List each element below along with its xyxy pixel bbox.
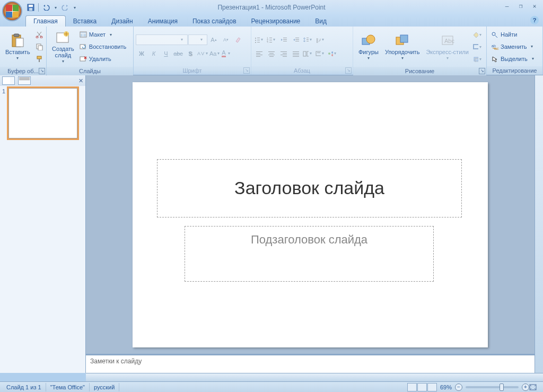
shape-effects-button[interactable]: ▾ (472, 53, 484, 65)
svg-rect-42 (256, 51, 262, 52)
shape-fill-button[interactable]: ▾ (472, 29, 484, 40)
tab-insert[interactable]: Вставка (66, 16, 104, 27)
close-button[interactable]: ✕ (528, 1, 541, 11)
line-spacing-button[interactable]: ▾ (302, 34, 314, 46)
arrange-button[interactable]: Упорядочить▾ (382, 28, 423, 66)
qat-redo-button[interactable] (60, 2, 71, 13)
text-direction-button[interactable]: ‖A▾ (314, 34, 326, 46)
align-center-button[interactable] (266, 48, 277, 59)
qat-undo-button[interactable] (41, 2, 51, 13)
justify-button[interactable] (290, 48, 302, 59)
group-slides: Создать слайд ▾ Макет▾ Восстановить Удал… (47, 27, 134, 75)
zoom-out-button[interactable]: − (455, 384, 462, 391)
underline-button[interactable]: Ч (160, 48, 172, 59)
delete-icon (80, 56, 87, 62)
shapes-button[interactable]: Фигуры▾ (355, 28, 382, 66)
tab-slideshow[interactable]: Показ слайдов (185, 16, 244, 27)
bold-button[interactable]: Ж (136, 48, 147, 59)
format-painter-button[interactable] (33, 53, 45, 65)
slideshow-view-button[interactable] (427, 383, 437, 391)
numbering-button[interactable]: 123▾ (266, 34, 277, 46)
char-spacing-button[interactable]: AV▾ (197, 48, 208, 59)
restore-button[interactable]: ❐ (514, 1, 527, 11)
slide[interactable]: Заголовок слайда Подзаголовок слайда (133, 82, 488, 347)
status-language[interactable]: русский (90, 383, 119, 391)
clear-format-button[interactable] (232, 34, 244, 46)
cut-button[interactable] (33, 29, 45, 40)
zoom-level[interactable]: 69% (437, 384, 455, 390)
qat-save-button[interactable] (25, 2, 36, 13)
quick-styles-button[interactable]: Abc Экспресс-стили▾ (423, 28, 471, 66)
tab-view[interactable]: Вид (308, 16, 334, 27)
delete-slide-button[interactable]: Удалить (77, 53, 131, 65)
horizontal-scrollbar[interactable] (86, 373, 543, 381)
shape-outline-button[interactable]: ▾ (472, 41, 484, 53)
align-right-button[interactable] (278, 48, 290, 59)
strikethrough-button[interactable]: abc (172, 48, 184, 59)
editor-area: Заголовок слайда Подзаголовок слайда Зам… (86, 75, 535, 373)
outline-tab[interactable] (18, 76, 31, 85)
status-theme[interactable]: "Тема Office" (46, 383, 90, 391)
shadow-button[interactable]: S (185, 48, 196, 59)
columns-button[interactable]: ▾ (302, 48, 314, 59)
select-button[interactable]: Выделить▾ (489, 53, 540, 65)
decrease-indent-button[interactable] (278, 34, 290, 46)
align-left-button[interactable] (253, 48, 265, 59)
ribbon-tabstrip: Главная Вставка Дизайн Анимация Показ сл… (0, 15, 543, 27)
pane-close-button[interactable]: ✕ (78, 77, 83, 84)
help-button[interactable]: ? (530, 16, 539, 24)
office-button[interactable] (2, 1, 22, 21)
paste-button[interactable]: Вставить ▾ (2, 28, 33, 66)
subtitle-placeholder[interactable]: Подзаголовок слайда (185, 226, 434, 282)
svg-rect-9 (38, 46, 42, 50)
fit-to-window-button[interactable] (529, 384, 541, 390)
align-text-button[interactable]: ▾ (314, 48, 326, 59)
font-family-combo[interactable]: ▾ (136, 34, 188, 45)
paragraph-dialog-launcher[interactable]: ↘ (345, 67, 352, 74)
svg-rect-17 (83, 34, 86, 37)
copy-button[interactable] (33, 41, 45, 53)
slide-thumbnail[interactable]: 1 (2, 88, 83, 138)
tab-home[interactable]: Главная (25, 15, 66, 27)
thumbnail-list[interactable]: 1 (0, 86, 85, 373)
zoom-in-button[interactable]: + (522, 384, 529, 391)
tab-review[interactable]: Рецензирование (244, 16, 308, 27)
new-slide-button[interactable]: Создать слайд ▾ (49, 28, 77, 66)
tab-animation[interactable]: Анимация (141, 16, 185, 27)
change-case-button[interactable]: Aa▾ (209, 48, 221, 59)
title-placeholder[interactable]: Заголовок слайда (157, 159, 462, 217)
tab-design[interactable]: Дизайн (104, 16, 140, 27)
zoom-slider-thumb[interactable] (500, 384, 504, 391)
smartart-button[interactable]: ▾ (327, 48, 338, 59)
svg-rect-53 (283, 56, 287, 57)
replace-button[interactable]: abacЗаменить▾ (489, 41, 540, 53)
notes-pane[interactable]: Заметки к слайду (86, 354, 535, 373)
increase-indent-button[interactable] (290, 34, 302, 46)
grow-font-button[interactable]: A▴ (208, 34, 220, 46)
minimize-button[interactable]: — (501, 1, 513, 11)
drawing-dialog-launcher[interactable]: ↘ (479, 68, 485, 74)
status-slide-indicator[interactable]: Слайд 1 из 1 (2, 383, 46, 391)
slide-canvas[interactable]: Заголовок слайда Подзаголовок слайда (86, 75, 535, 354)
font-size-combo[interactable]: ▾ (188, 34, 207, 45)
reset-button[interactable]: Восстановить (77, 41, 131, 53)
font-color-button[interactable]: A▾ (221, 48, 233, 59)
normal-view-button[interactable] (407, 383, 417, 391)
group-paragraph-label: Абзац↘ (251, 66, 353, 75)
svg-rect-43 (256, 53, 260, 54)
italic-button[interactable]: К (148, 48, 160, 59)
font-dialog-launcher[interactable]: ↘ (243, 67, 250, 74)
clipboard-dialog-launcher[interactable]: ↘ (39, 68, 45, 74)
qat-customize-dropdown[interactable]: ▾ (72, 2, 78, 13)
slides-tab[interactable] (2, 76, 15, 85)
sorter-view-button[interactable] (417, 383, 427, 391)
vertical-scrollbar[interactable] (535, 75, 543, 373)
layout-button[interactable]: Макет▾ (77, 29, 131, 40)
qat-undo-dropdown[interactable]: ▾ (52, 2, 59, 13)
svg-text:ac: ac (495, 47, 498, 50)
find-button[interactable]: Найти (489, 29, 540, 40)
bullets-button[interactable]: ▾ (253, 34, 265, 46)
shrink-font-button[interactable]: A▾ (220, 34, 232, 46)
zoom-slider[interactable] (466, 386, 519, 388)
thumbnail-preview[interactable] (8, 88, 77, 138)
